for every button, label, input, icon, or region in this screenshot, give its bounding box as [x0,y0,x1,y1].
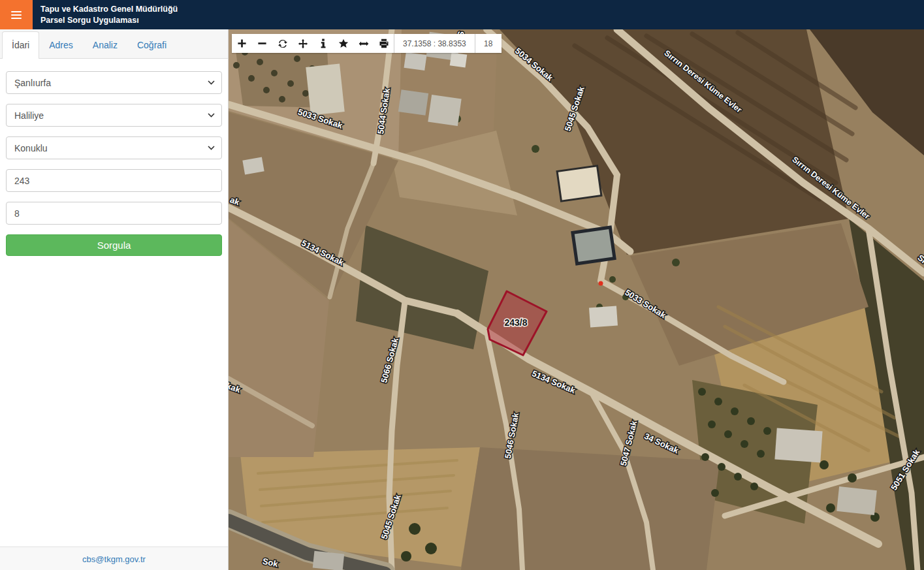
tab-adres[interactable]: Adres [39,31,83,59]
refresh-icon [278,39,288,49]
satellite-imagery: 243/8 5034 Sokak 5045 Sokak 5033 Sokak 5… [229,29,924,570]
arrows-horizontal-icon [358,40,369,48]
query-sidebar: İdari Adres Analiz Coğrafi Şanlıurfa Hal… [0,29,229,570]
point-marker [599,281,603,286]
zoom-level-display: 18 [475,34,502,53]
move-crosshair-icon [298,39,308,49]
printer-icon [379,39,389,48]
parcel-label: 243/8 [504,317,527,328]
sidebar-tabs: İdari Adres Analiz Coğrafi [0,29,228,59]
zoom-out-button[interactable] [252,34,272,53]
hamburger-menu-button[interactable] [0,0,33,29]
map-canvas[interactable]: 243/8 5034 Sokak 5045 Sokak 5033 Sokak 5… [229,29,924,570]
neighborhood-select[interactable]: Konuklu [6,136,222,159]
measure-button[interactable] [353,34,374,53]
app-title-line2: Parsel Sorgu Uygulaması [40,15,178,26]
sorgula-button[interactable]: Sorgula [6,234,222,256]
contact-email-link[interactable]: cbs@tkgm.gov.tr [82,554,146,564]
parcel-number-input[interactable] [6,202,222,225]
star-icon [338,39,349,48]
print-button[interactable] [374,34,394,53]
favorite-button[interactable] [333,34,353,53]
minus-icon [257,39,267,48]
idari-query-form: Şanlıurfa Haliliye Konuklu [0,59,228,256]
tab-analiz[interactable]: Analiz [83,31,127,59]
app-title-line1: Tapu ve Kadastro Genel Müdürlüğü [40,4,178,15]
plus-icon [237,39,247,48]
app-title: Tapu ve Kadastro Genel Müdürlüğü Parsel … [40,4,178,26]
coordinates-display: 37.1358 : 38.8353 [394,34,475,53]
app-header: Tapu ve Kadastro Genel Müdürlüğü Parsel … [0,0,924,29]
sidebar-footer: cbs@tkgm.gov.tr [0,546,228,570]
pan-button[interactable] [293,34,313,53]
info-button[interactable] [313,34,333,53]
zoom-in-button[interactable] [232,34,252,53]
tab-idari[interactable]: İdari [2,31,39,59]
tab-cografi[interactable]: Coğrafi [127,31,176,59]
block-number-input[interactable] [6,169,222,192]
district-select[interactable]: Haliliye [6,104,222,127]
map-toolbar: 37.1358 : 38.8353 18 [232,34,502,53]
info-icon [321,39,326,48]
province-select[interactable]: Şanlıurfa [6,71,222,94]
hamburger-icon [11,9,22,21]
app-window: Tapu ve Kadastro Genel Müdürlüğü Parsel … [0,0,924,570]
refresh-button[interactable] [272,34,293,53]
